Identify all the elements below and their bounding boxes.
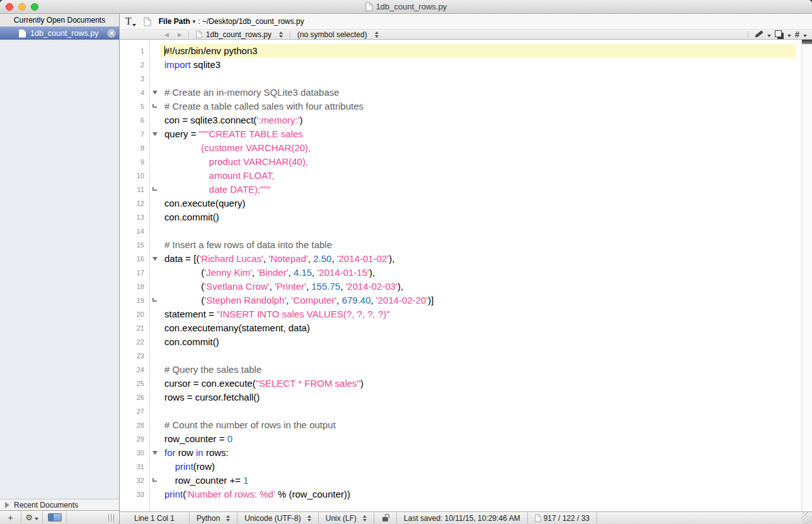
title-bar[interactable]: 1db_count_rows.py	[0, 0, 812, 14]
code-text[interactable]: row_counter += 1	[160, 474, 796, 487]
fold-start-icon[interactable]	[152, 91, 157, 94]
code-text[interactable]: for row in rows:	[160, 446, 796, 460]
fold-start-icon[interactable]	[152, 257, 157, 261]
code-text[interactable]: ('Svetlana Crow', 'Printer', 155.75, '20…	[160, 280, 796, 293]
code-line[interactable]: 6con = sqlite3.connect(':memory:')	[120, 113, 796, 127]
code-text[interactable]: con.commit()	[160, 335, 796, 349]
minimize-window-button[interactable]	[18, 3, 26, 11]
chevron-down-icon[interactable]	[803, 35, 807, 37]
code-line[interactable]: 1#!/usr/bin/env python3	[120, 44, 796, 58]
code-text[interactable]: # Create an in-memory SQLite3 database	[160, 86, 796, 100]
forward-button[interactable]: ▶	[173, 31, 186, 38]
fold-start-icon[interactable]	[152, 132, 157, 136]
code-line[interactable]: 10 amount FLOAT,	[120, 169, 796, 183]
layers-icon[interactable]	[775, 30, 784, 39]
code-line[interactable]: 19 ('Stephen Randolph', 'Computer', 679.…	[120, 293, 796, 307]
code-text[interactable]: import sqlite3	[160, 58, 796, 72]
code-line[interactable]: 13con.commit()	[120, 210, 796, 224]
code-text[interactable]: ('Jenny Kim', 'Binder', 4.15, '2014-01-1…	[160, 266, 796, 280]
file-popup[interactable]: 1db_count_rows.py	[191, 30, 288, 39]
actions-gear-button[interactable]: ⚙	[21, 511, 43, 524]
back-button[interactable]: ◀	[160, 31, 173, 38]
code-text[interactable]	[160, 72, 796, 86]
fold-marker[interactable]	[149, 474, 160, 487]
code-text[interactable]: (customer VARCHAR(20),	[160, 141, 796, 155]
code-line[interactable]: 2import sqlite3	[120, 58, 796, 72]
code-text[interactable]	[160, 349, 796, 363]
zoom-window-button[interactable]	[31, 3, 38, 11]
code-line[interactable]: 22con.commit()	[120, 335, 796, 349]
code-text[interactable]: ('Stephen Randolph', 'Computer', 679.40,…	[160, 293, 796, 307]
code-text[interactable]: product VARCHAR(40),	[160, 155, 796, 169]
code-text[interactable]: con.execute(query)	[160, 196, 796, 210]
vertical-scrollbar[interactable]	[801, 40, 812, 511]
code-line[interactable]: 32 row_counter += 1	[120, 474, 796, 487]
close-window-button[interactable]	[6, 3, 13, 11]
code-line[interactable]: 11 date DATE);"""	[120, 183, 796, 196]
code-text[interactable]: con.commit()	[160, 210, 796, 224]
code-line[interactable]: 3	[120, 72, 796, 86]
hash-icon[interactable]: #	[795, 30, 799, 39]
code-line[interactable]: 15# Insert a few rows of data into the t…	[120, 238, 796, 252]
open-document-item[interactable]: 1db_count_rows.py✕	[0, 26, 119, 40]
code-text[interactable]: print('Number of rows: %d' % (row_counte…	[160, 487, 796, 501]
code-line[interactable]: 12con.execute(query)	[120, 196, 796, 210]
code-text[interactable]: statement = "INSERT INTO sales VALUES(?,…	[160, 307, 796, 321]
fold-end-icon[interactable]	[152, 187, 157, 191]
chevron-down-icon[interactable]	[787, 35, 791, 37]
fold-marker[interactable]	[149, 446, 160, 460]
code-text[interactable]: rows = cursor.fetchall()	[160, 390, 796, 404]
window-resize-grip[interactable]	[801, 512, 812, 524]
text-tool-button[interactable]: T	[125, 16, 136, 27]
code-text[interactable]: # Query the sales table	[160, 363, 796, 377]
language-popup[interactable]: Python	[190, 512, 237, 524]
fold-start-icon[interactable]	[152, 451, 157, 455]
code-line[interactable]: 28# Count the number of rows in the outp…	[120, 418, 796, 432]
code-text[interactable]: data = [('Richard Lucas', 'Notepad', 2.5…	[160, 252, 796, 266]
code-line[interactable]: 9 product VARCHAR(40),	[120, 155, 796, 169]
code-line[interactable]: 31 print(row)	[120, 460, 796, 474]
fold-marker[interactable]	[149, 127, 160, 141]
code-line[interactable]: 25cursor = con.execute("SELECT * FROM sa…	[120, 377, 796, 390]
code-text[interactable]: row_counter = 0	[160, 432, 796, 446]
line-endings-popup[interactable]: Unix (LF)	[319, 512, 374, 524]
code-line[interactable]: 29row_counter = 0	[120, 432, 796, 446]
fold-marker[interactable]	[149, 86, 160, 100]
code-line[interactable]: 5# Create a table called sales with four…	[120, 100, 796, 113]
code-text[interactable]: con = sqlite3.connect(':memory:')	[160, 113, 796, 127]
code-text[interactable]	[160, 404, 796, 418]
code-line[interactable]: 23	[120, 349, 796, 363]
symbol-popup[interactable]: (no symbol selected)	[292, 30, 384, 39]
encoding-popup[interactable]: Unicode (UTF-8)	[237, 512, 317, 524]
code-line[interactable]: 30for row in rows:	[120, 446, 796, 460]
fold-end-icon[interactable]	[152, 478, 157, 482]
code-text[interactable]: date DATE);"""	[160, 183, 796, 196]
code-line[interactable]: 27	[120, 404, 796, 418]
fold-end-icon[interactable]	[152, 104, 157, 108]
code-line[interactable]: 26rows = cursor.fetchall()	[120, 390, 796, 404]
recent-documents-group[interactable]: Recent Documents	[0, 499, 119, 510]
pen-icon[interactable]	[754, 30, 763, 38]
code-line[interactable]: 16data = [('Richard Lucas', 'Notepad', 2…	[120, 252, 796, 266]
sidebar-resize-handle[interactable]	[108, 514, 115, 521]
code-line[interactable]: 33print('Number of rows: %d' % (row_coun…	[120, 487, 796, 501]
code-text[interactable]: print(row)	[160, 460, 796, 474]
code-line[interactable]: 18 ('Svetlana Crow', 'Printer', 155.75, …	[120, 280, 796, 293]
code-line[interactable]: 24# Query the sales table	[120, 363, 796, 377]
toggle-file-browser-button[interactable]	[43, 511, 67, 524]
scrollbar-thumb[interactable]	[802, 40, 812, 44]
file-path[interactable]: File Path ▾ : ~/Desktop/1db_count_rows.p…	[159, 17, 304, 26]
code-line[interactable]: 8 (customer VARCHAR(20),	[120, 141, 796, 155]
chevron-down-icon[interactable]	[767, 35, 771, 37]
disclosure-triangle-icon[interactable]	[5, 502, 9, 508]
code-line[interactable]: 20statement = "INSERT INTO sales VALUES(…	[120, 307, 796, 321]
fold-marker[interactable]	[149, 100, 160, 113]
code-editor[interactable]: 1#!/usr/bin/env python32import sqlite334…	[120, 40, 812, 511]
code-text[interactable]: cursor = con.execute("SELECT * FROM sale…	[160, 377, 796, 390]
fold-marker[interactable]	[149, 252, 160, 266]
lock-toggle[interactable]	[374, 512, 396, 524]
add-document-button[interactable]: +	[0, 511, 21, 524]
code-text[interactable]: amount FLOAT,	[160, 169, 796, 183]
fold-end-icon[interactable]	[152, 298, 157, 302]
close-document-button[interactable]: ✕	[107, 29, 116, 38]
